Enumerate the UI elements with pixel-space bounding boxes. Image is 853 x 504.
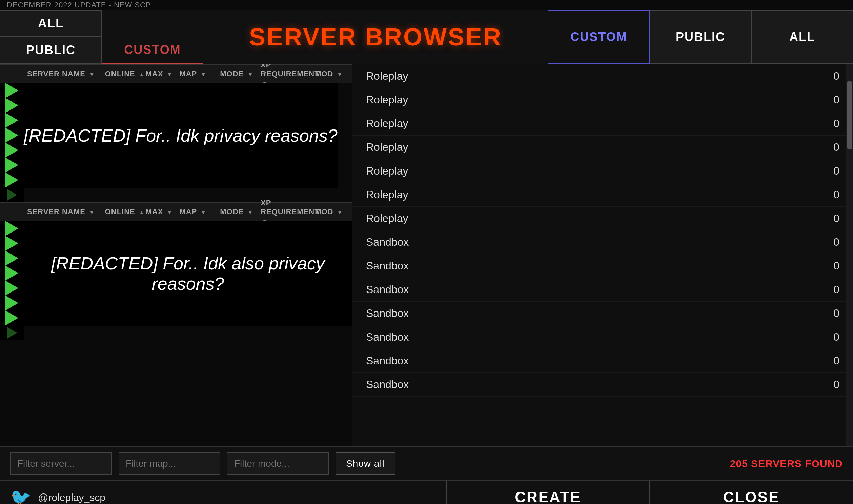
col-header-2-server-name[interactable]: SERVER NAME ▼ [27, 208, 105, 216]
mode-list: Roleplay 0 Roleplay 0 Roleplay 0 Rolepla… [352, 65, 853, 446]
play-btn-1-1[interactable] [0, 83, 24, 98]
col-header-map[interactable]: MAP ▼ [179, 70, 220, 78]
col-header-max[interactable]: MAX ▼ [146, 70, 180, 78]
col-header-2-mode[interactable]: MODE ▼ [220, 208, 260, 216]
sort-2-online-icon: ▲ [139, 210, 145, 215]
filter-server-input[interactable] [10, 452, 112, 474]
play-icon [5, 128, 18, 143]
mode-row[interactable]: Sandbox 0 [352, 231, 853, 254]
mode-name: Roleplay [366, 141, 409, 154]
sort-2-mode-icon: ▼ [248, 210, 253, 215]
right-scrollbar-thumb [847, 82, 852, 149]
play-btn-1-5[interactable] [0, 143, 24, 158]
redacted-section-2: [REDACTED] For.. Idk also privacy reason… [24, 221, 352, 326]
play-buttons-col-2 [0, 221, 24, 340]
col-header-2-map[interactable]: MAP ▼ [179, 208, 220, 216]
play-icon [5, 113, 18, 128]
mode-count: 0 [833, 259, 839, 272]
tab-public-right[interactable]: PUBLIC [650, 10, 751, 64]
col-header-mod[interactable]: MOD ▼ [315, 70, 349, 78]
mode-count: 0 [833, 331, 839, 343]
server-section-2: [REDACTED] For.. Idk also privacy reason… [0, 221, 352, 340]
play-icon [5, 143, 18, 158]
mode-name: Sandbox [366, 355, 409, 367]
top-nav: ALL PUBLIC CUSTOM SERVER BROWSER CUSTOM … [0, 10, 853, 65]
sort-2-map-icon: ▼ [201, 210, 206, 215]
play-icon-faded [7, 189, 17, 201]
mode-row[interactable]: Roleplay 0 [352, 183, 853, 207]
play-btn-2-3[interactable] [0, 251, 24, 266]
redacted-section-1: [REDACTED] For.. Idk privacy reasons? [24, 83, 338, 188]
mode-row[interactable]: Sandbox 0 [352, 278, 853, 302]
table-header-1: SERVER NAME ▼ ONLINE ▲ MAX ▼ MAP ▼ MODE … [0, 65, 352, 83]
sort-2-max-icon: ▼ [167, 210, 173, 215]
twitter-icon: 🐦 [10, 488, 31, 504]
sort-max-icon: ▼ [167, 72, 173, 77]
mode-row[interactable]: Sandbox 0 [352, 302, 853, 325]
mode-name: Roleplay [366, 93, 409, 106]
mode-row[interactable]: Roleplay 0 [352, 159, 853, 183]
server-section-1: [REDACTED] For.. Idk privacy reasons? [0, 83, 352, 202]
mode-row[interactable]: Roleplay 0 [352, 88, 853, 112]
tab-all-left[interactable]: ALL [0, 10, 102, 37]
mode-count: 0 [833, 378, 839, 391]
col-header-online[interactable]: ONLINE ▲ [105, 70, 146, 78]
mode-name: Roleplay [366, 117, 409, 130]
tab-custom-left[interactable]: CUSTOM [102, 37, 203, 64]
mode-row[interactable]: Roleplay 0 [352, 112, 853, 136]
mode-count: 0 [833, 117, 839, 130]
redacted-text-1: [REDACTED] For.. Idk privacy reasons? [24, 125, 338, 146]
col-header-server-name[interactable]: SERVER NAME ▼ [27, 70, 105, 78]
tab-public-left[interactable]: PUBLIC [0, 37, 102, 64]
play-btn-1-2[interactable] [0, 98, 24, 113]
create-button[interactable]: CREATE [446, 481, 650, 504]
col-header-mode[interactable]: MODE ▼ [220, 70, 260, 78]
close-button[interactable]: CLOSE [650, 481, 853, 504]
twitter-section: 🐦 @roleplay_scp [0, 481, 169, 504]
tab-all-right[interactable]: ALL [751, 10, 853, 64]
sort-server-name-icon: ▼ [89, 72, 95, 77]
play-icon [5, 266, 18, 281]
play-btn-1-3[interactable] [0, 113, 24, 128]
mode-row[interactable]: Sandbox 0 [352, 373, 853, 397]
action-buttons: CREATE CLOSE [169, 481, 853, 504]
play-btn-2-1[interactable] [0, 221, 24, 236]
play-icon-faded-2 [7, 327, 17, 339]
play-icon [5, 236, 18, 251]
mode-name: Sandbox [366, 259, 409, 272]
play-btn-2-8[interactable] [0, 325, 24, 340]
mode-name: Sandbox [366, 307, 409, 320]
mode-row[interactable]: Roleplay 0 [352, 207, 853, 231]
play-icon [5, 83, 18, 98]
play-btn-1-6[interactable] [0, 158, 24, 173]
filter-mode-input[interactable] [227, 452, 329, 474]
filter-map-input[interactable] [119, 452, 220, 474]
play-btn-2-7[interactable] [0, 310, 24, 325]
right-scrollbar[interactable] [846, 65, 853, 446]
mode-count: 0 [833, 93, 839, 106]
play-btn-2-6[interactable] [0, 295, 24, 310]
mode-row[interactable]: Roleplay 0 [352, 65, 853, 88]
play-btn-2-4[interactable] [0, 266, 24, 281]
play-icon [5, 295, 18, 310]
banner-text: DECEMBER 2022 UPDATE - NEW SCP [7, 1, 151, 10]
mode-row[interactable]: Sandbox 0 [352, 349, 853, 373]
sort-mode-icon: ▼ [248, 72, 253, 77]
mode-row[interactable]: Sandbox 0 [352, 325, 853, 349]
play-btn-1-4[interactable] [0, 128, 24, 143]
mode-row[interactable]: Roleplay 0 [352, 136, 853, 159]
mode-count: 0 [833, 307, 839, 320]
play-btn-2-2[interactable] [0, 236, 24, 251]
play-btn-1-8[interactable] [0, 187, 24, 202]
col-header-2-max[interactable]: MAX ▼ [146, 208, 180, 216]
play-btn-2-5[interactable] [0, 281, 24, 295]
mode-count: 0 [833, 283, 839, 296]
mode-row[interactable]: Sandbox 0 [352, 254, 853, 278]
col-header-2-mod[interactable]: MOD ▼ [315, 208, 349, 216]
show-all-button[interactable]: Show all [335, 452, 395, 474]
play-btn-1-7[interactable] [0, 173, 24, 187]
col-header-2-online[interactable]: ONLINE ▲ [105, 208, 146, 216]
sort-online-icon: ▲ [139, 72, 145, 77]
tab-custom-right[interactable]: CUSTOM [548, 10, 650, 64]
play-icon [5, 251, 18, 266]
